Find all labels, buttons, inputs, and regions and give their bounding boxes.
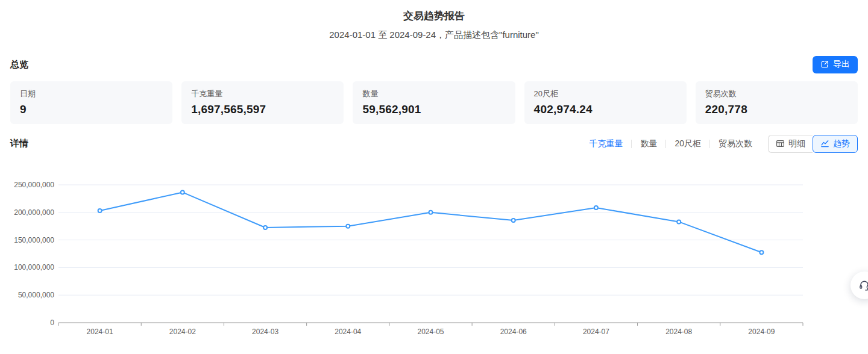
report-header: 交易趋势报告 2024-01-01 至 2024-09-24，产品描述包含"fu… [0, 0, 868, 41]
line-chart-icon [820, 139, 829, 148]
data-point[interactable] [98, 209, 102, 213]
metric-tabs: 千克重量 数量 20尺柜 贸易次数 [589, 138, 752, 149]
export-button-label: 导出 [833, 59, 850, 70]
data-point[interactable] [594, 206, 598, 210]
tab-divider [709, 140, 710, 148]
trend-line [100, 192, 762, 252]
table-icon [776, 139, 785, 148]
stat-card-value: 402,974.24 [534, 103, 677, 116]
x-axis-label: 2024-08 [665, 328, 692, 336]
stat-card-label: 日期 [20, 88, 163, 99]
stat-card-value: 220,778 [705, 103, 848, 116]
detail-view-button[interactable]: 明细 [768, 135, 813, 153]
overview-section-header: 总览 导出 [0, 55, 868, 73]
details-section-title: 详情 [10, 138, 28, 149]
x-axis-label: 2024-03 [252, 328, 278, 336]
page-subtitle: 2024-01-01 至 2024-09-24，产品描述包含"furniture… [0, 30, 868, 41]
trend-view-label: 趋势 [833, 138, 850, 149]
details-controls: 千克重量 数量 20尺柜 贸易次数 明细 [589, 135, 858, 153]
headset-icon [858, 279, 868, 291]
trend-line-chart-svg: 050,000,000100,000,000150,000,000200,000… [0, 169, 868, 349]
page-title: 交易趋势报告 [0, 9, 868, 23]
data-point[interactable] [512, 219, 515, 222]
stat-cards: 日期 9 千克重量 1,697,565,597 数量 59,562,901 20… [0, 81, 868, 124]
metric-tab-trades[interactable]: 贸易次数 [719, 138, 752, 149]
data-point[interactable] [760, 250, 763, 254]
stat-card-teu: 20尺柜 402,974.24 [524, 81, 687, 124]
overview-section-title: 总览 [10, 59, 28, 70]
y-axis-label: 250,000,000 [14, 181, 54, 189]
x-axis-label: 2024-02 [169, 328, 196, 336]
tab-divider [631, 140, 632, 148]
x-axis-label: 2024-06 [500, 328, 527, 336]
tab-divider [665, 140, 666, 148]
x-axis-label: 2024-07 [583, 328, 609, 336]
metric-tab-teu[interactable]: 20尺柜 [675, 138, 701, 149]
export-icon [820, 60, 829, 69]
x-axis-label: 2024-01 [87, 328, 113, 336]
data-point[interactable] [181, 190, 184, 194]
y-axis-label: 150,000,000 [14, 236, 54, 244]
stat-card-label: 数量 [362, 88, 505, 99]
stat-card-label: 20尺柜 [534, 88, 677, 99]
report-page: 交易趋势报告 2024-01-01 至 2024-09-24，产品描述包含"fu… [0, 0, 868, 153]
detail-view-label: 明细 [788, 138, 805, 149]
export-button[interactable]: 导出 [813, 56, 858, 73]
data-point[interactable] [429, 211, 433, 214]
metric-tab-weight[interactable]: 千克重量 [589, 138, 623, 149]
y-axis-label: 50,000,000 [18, 291, 54, 299]
stat-card-quantity: 数量 59,562,901 [353, 81, 515, 124]
trend-chart[interactable]: 050,000,000100,000,000150,000,000200,000… [0, 169, 868, 349]
stat-card-weight: 千克重量 1,697,565,597 [181, 81, 344, 124]
stat-card-date: 日期 9 [10, 81, 172, 124]
details-section-header: 详情 千克重量 数量 20尺柜 贸易次数 [0, 134, 868, 153]
metric-tab-quantity[interactable]: 数量 [640, 138, 657, 149]
y-axis-label: 200,000,000 [14, 208, 54, 217]
stat-card-trades: 贸易次数 220,778 [696, 81, 858, 124]
data-point[interactable] [346, 225, 350, 228]
x-axis-label: 2024-05 [417, 328, 444, 336]
y-axis-label: 100,000,000 [14, 263, 54, 272]
y-axis-label: 0 [50, 318, 54, 327]
stat-card-value: 1,697,565,597 [191, 103, 334, 116]
x-axis-label: 2024-09 [748, 328, 775, 336]
view-toggle: 明细 趋势 [768, 135, 858, 153]
data-point[interactable] [263, 226, 267, 229]
stat-card-value: 59,562,901 [362, 103, 505, 116]
stat-card-label: 千克重量 [191, 88, 334, 99]
data-point[interactable] [677, 220, 681, 223]
stat-card-label: 贸易次数 [705, 88, 848, 99]
stat-card-value: 9 [20, 103, 163, 116]
x-axis-label: 2024-04 [335, 328, 361, 336]
trend-view-button[interactable]: 趋势 [813, 135, 858, 153]
